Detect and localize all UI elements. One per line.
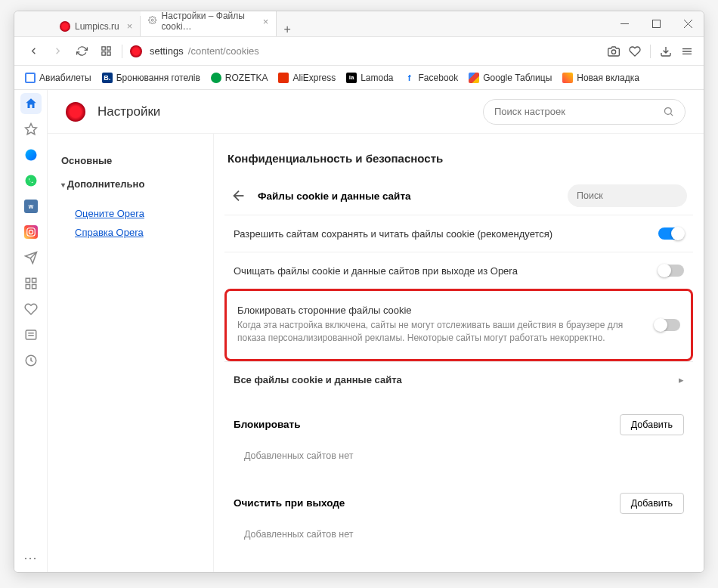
dock-history-button[interactable]	[20, 350, 42, 371]
plane-icon	[25, 73, 36, 83]
dock-whatsapp-button[interactable]	[20, 170, 42, 191]
booking-icon: B.	[102, 73, 113, 83]
close-button[interactable]	[672, 11, 704, 36]
maximize-button[interactable]	[640, 11, 672, 36]
settings-search-input[interactable]	[494, 106, 663, 117]
nav-advanced[interactable]: Дополнительно	[61, 172, 200, 196]
bookmark-aviabilety[interactable]: Авиабилеты	[25, 73, 91, 83]
svg-rect-3	[107, 47, 110, 50]
camera-icon[interactable]	[608, 45, 620, 57]
subsection-title: Файлы cookie и данные сайта	[258, 190, 557, 202]
svg-point-6	[611, 50, 615, 54]
subsection-search[interactable]	[568, 184, 687, 207]
chevron-right-icon: ▸	[679, 374, 684, 385]
add-clear-button[interactable]: Добавить	[620, 493, 684, 514]
reload-button[interactable]	[73, 43, 90, 60]
url-field[interactable]: settings/content/cookies	[150, 45, 600, 57]
dock-home-button[interactable]	[20, 93, 42, 114]
new-tab-button[interactable]: +	[277, 23, 298, 36]
dock-news-button[interactable]	[20, 324, 42, 345]
bookmark-booking[interactable]: B.Бронювання готелів	[102, 73, 200, 83]
addr-right-controls	[608, 45, 693, 58]
svg-rect-2	[101, 47, 104, 50]
url-scheme: settings	[150, 45, 184, 57]
row-allow-cookies[interactable]: Разрешить сайтам сохранять и читать файл…	[224, 215, 693, 252]
nav-basic[interactable]: Основные	[61, 149, 200, 172]
subsection-search-input[interactable]	[577, 190, 695, 201]
speeddial-button[interactable]	[97, 43, 114, 60]
dock-vk-button[interactable]: w	[20, 196, 42, 217]
window-titlebar: Lumpics.ru × Настройки – Файлы cooki… × …	[14, 11, 704, 37]
bookmark-gsheets[interactable]: Google Таблицы	[469, 73, 552, 83]
dock-instagram-button[interactable]	[20, 221, 42, 243]
download-icon[interactable]	[660, 45, 672, 57]
toggle-block-thirdparty[interactable]	[655, 319, 680, 331]
dock-messenger-button[interactable]	[20, 144, 42, 166]
svg-point-0	[152, 19, 154, 21]
bookmark-lamoda[interactable]: laLamoda	[346, 73, 393, 83]
url-path: /content/cookies	[188, 45, 259, 57]
toggle-clear-on-exit[interactable]	[658, 265, 684, 277]
row-clear-on-exit[interactable]: Очищать файлы cookie и данные сайтов при…	[224, 252, 693, 289]
row-block-thirdparty[interactable]: Блокировать сторонние файлы cookie Когда…	[228, 292, 689, 357]
menu-icon[interactable]	[681, 45, 693, 57]
dock-heart-button[interactable]	[20, 299, 42, 320]
back-arrow-button[interactable]	[231, 187, 247, 204]
svg-point-12	[25, 175, 36, 187]
dock-send-button[interactable]	[20, 247, 42, 268]
heart-icon[interactable]	[629, 45, 641, 57]
close-icon[interactable]: ×	[263, 16, 269, 27]
gdrive-icon	[469, 73, 479, 83]
svg-rect-18	[26, 278, 29, 282]
bookmarks-bar: Авиабилеты B.Бронювання готелів ROZETKA …	[14, 66, 704, 90]
minimize-button[interactable]	[608, 11, 640, 36]
bookmark-facebook[interactable]: fFacebook	[404, 73, 459, 83]
clear-section-header: Очистить при выходе Добавить	[224, 476, 693, 518]
svg-marker-10	[25, 124, 36, 135]
clear-section-title: Очистить при выходе	[234, 497, 345, 509]
bookmark-newpage[interactable]: Новая вкладка	[562, 73, 639, 83]
page-icon	[562, 73, 573, 83]
dock-bookmarks-button[interactable]	[20, 119, 42, 140]
settings-main: Конфиденциальность и безопасность Файлы …	[214, 134, 704, 572]
svg-rect-4	[101, 52, 104, 55]
toggle-allow-cookies[interactable]	[658, 227, 684, 240]
rozetka-icon	[211, 73, 221, 83]
row-label: Разрешить сайтам сохранять и читать файл…	[234, 228, 648, 240]
settings-nav: Основные Дополнительно Оцените Opera Спр…	[48, 134, 214, 572]
svg-rect-1	[652, 20, 660, 28]
clear-empty-msg: Добавленных сайтов нет	[224, 518, 693, 555]
divider	[122, 45, 122, 58]
forward-button[interactable]	[49, 43, 66, 60]
block-empty-msg: Добавленных сайтов нет	[224, 440, 693, 476]
tab-title: Настройки – Файлы cooki…	[162, 11, 255, 32]
tab-title: Lumpics.ru	[75, 21, 119, 32]
row-label-group: Блокировать сторонние файлы cookie Когда…	[237, 305, 644, 345]
bookmark-rozetka[interactable]: ROZETKA	[211, 73, 268, 83]
row-label: Блокировать сторонние файлы cookie	[237, 305, 644, 316]
gear-icon	[148, 16, 156, 26]
block-section-header: Блокировать Добавить	[224, 398, 693, 440]
svg-rect-5	[107, 52, 110, 55]
tab-lumpics[interactable]: Lumpics.ru ×	[52, 16, 141, 36]
row-all-cookies[interactable]: Все файлы cookie и данные сайта ▸	[224, 361, 693, 398]
aliexpress-icon	[278, 73, 289, 83]
tab-settings[interactable]: Настройки – Файлы cooki… ×	[141, 11, 277, 36]
settings-search[interactable]	[483, 99, 686, 125]
tab-strip: Lumpics.ru × Настройки – Файлы cooki… × …	[14, 11, 608, 36]
nav-rate-link[interactable]: Оцените Opera	[75, 208, 200, 219]
nav-help-link[interactable]: Справка Opera	[75, 227, 200, 238]
close-icon[interactable]: ×	[127, 20, 133, 32]
opera-favicon	[60, 21, 70, 32]
row-description: Когда эта настройка включена, сайты не м…	[237, 319, 644, 345]
highlighted-setting: Блокировать сторонние файлы cookie Когда…	[224, 289, 693, 361]
dock-apps-button[interactable]	[20, 273, 42, 294]
svg-point-11	[25, 150, 36, 161]
bookmark-aliexpress[interactable]: AliExpress	[278, 73, 336, 83]
dock-more-button[interactable]: ⋯	[23, 549, 38, 572]
side-dock: w ⋯	[14, 90, 48, 572]
subsection-header: Файлы cookie и данные сайта	[224, 177, 693, 215]
back-button[interactable]	[25, 43, 42, 60]
add-block-button[interactable]: Добавить	[620, 414, 684, 435]
svg-text:w: w	[27, 203, 33, 210]
